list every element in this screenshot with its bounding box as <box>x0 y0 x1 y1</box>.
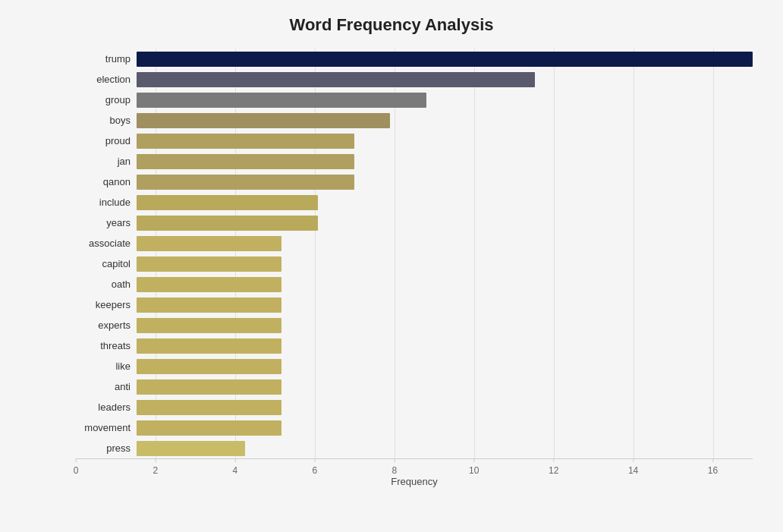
bar-label: oath <box>76 279 137 290</box>
chart-area: trumpelectiongroupboysproudjanqanoninclu… <box>76 49 753 489</box>
x-tick-line <box>633 458 634 462</box>
bar-label: press <box>76 442 137 454</box>
bar-track <box>137 52 753 67</box>
bar-label: group <box>76 94 137 105</box>
x-tick: 10 <box>469 458 479 476</box>
x-tick: 12 <box>549 458 558 476</box>
bar-track <box>137 297 753 313</box>
bar-row: trump <box>76 51 753 68</box>
bar-fill <box>137 134 354 149</box>
x-tick-label: 10 <box>469 465 479 476</box>
bar-track <box>137 277 753 292</box>
x-tick-label: 4 <box>233 465 238 476</box>
bar-label: experts <box>76 320 137 331</box>
bars-section: trumpelectiongroupboysproudjanqanoninclu… <box>76 49 753 458</box>
bar-fill <box>137 52 753 67</box>
bar-row: movement <box>76 420 753 436</box>
bar-label: boys <box>76 115 137 126</box>
bar-fill <box>137 338 281 354</box>
bar-label: election <box>76 74 137 85</box>
bar-label: leaders <box>76 401 137 413</box>
bar-fill <box>137 93 426 108</box>
x-tick-label: 0 <box>74 465 79 476</box>
bar-row: anti <box>76 379 753 395</box>
x-tick-line <box>234 458 235 462</box>
bar-track <box>137 154 753 169</box>
bar-row: capitol <box>76 256 753 272</box>
x-axis: 0246810121416 Frequency <box>76 458 753 489</box>
bar-track <box>137 379 753 395</box>
bar-label: movement <box>76 422 137 433</box>
bar-row: keepers <box>76 297 753 313</box>
x-tick-label: 12 <box>549 465 558 476</box>
bar-track <box>137 72 753 87</box>
bar-track <box>137 216 753 231</box>
bar-row: qanon <box>76 174 753 190</box>
x-tick: 2 <box>153 458 159 476</box>
x-tick-label: 8 <box>392 465 397 476</box>
bar-track <box>137 175 753 190</box>
chart-title: Word Frequency Analysis <box>30 15 753 35</box>
x-tick-line <box>473 458 474 462</box>
x-tick-line <box>155 458 156 462</box>
chart-container: Word Frequency Analysis trumpelectiongro… <box>0 0 783 532</box>
bar-track <box>137 400 753 415</box>
bar-fill <box>137 154 354 169</box>
x-tick-line <box>394 458 395 462</box>
bar-label: keepers <box>76 299 137 310</box>
x-tick-label: 16 <box>708 465 718 476</box>
bar-label: years <box>76 217 137 228</box>
bar-label: proud <box>76 135 137 146</box>
bar-row: jan <box>76 153 753 170</box>
bar-label: qanon <box>76 176 137 187</box>
bar-row: include <box>76 194 753 211</box>
bar-row: leaders <box>76 399 753 416</box>
bar-fill <box>137 441 245 456</box>
bar-fill <box>137 113 390 128</box>
x-tick: 0 <box>74 458 79 476</box>
bar-fill <box>137 277 281 292</box>
bar-fill <box>137 236 281 251</box>
bar-row: boys <box>76 112 753 129</box>
bar-track <box>137 134 753 149</box>
bar-label: include <box>76 197 137 208</box>
bar-fill <box>137 400 281 415</box>
bar-row: proud <box>76 133 753 150</box>
bar-track <box>137 236 753 251</box>
x-tick: 16 <box>708 458 718 476</box>
x-tick: 4 <box>233 458 238 476</box>
x-tick-label: 6 <box>312 465 317 476</box>
bar-fill <box>137 216 318 231</box>
bar-fill <box>137 318 281 333</box>
bar-label: capitol <box>76 258 137 269</box>
bar-row: threats <box>76 338 753 354</box>
bar-track <box>137 113 753 128</box>
bar-track <box>137 93 753 108</box>
bar-row: experts <box>76 317 753 334</box>
bar-row: like <box>76 358 753 375</box>
bar-fill <box>137 297 281 313</box>
bar-track <box>137 441 753 456</box>
bar-track <box>137 420 753 436</box>
bar-label: anti <box>76 381 137 392</box>
x-tick-label: 2 <box>153 465 159 476</box>
x-tick: 8 <box>392 458 397 476</box>
x-tick-line <box>314 458 315 462</box>
bar-fill <box>137 72 535 87</box>
bar-row: election <box>76 71 753 88</box>
bar-label: associate <box>76 238 137 249</box>
bar-track <box>137 318 753 333</box>
bar-row: associate <box>76 235 753 252</box>
x-tick: 14 <box>628 458 638 476</box>
bar-row: years <box>76 215 753 231</box>
bar-fill <box>137 420 281 436</box>
bar-track <box>137 359 753 374</box>
bar-row: oath <box>76 276 753 293</box>
bar-fill <box>137 175 354 190</box>
bar-track <box>137 195 753 210</box>
bar-fill <box>137 195 318 210</box>
bar-label: trump <box>76 53 137 65</box>
bar-fill <box>137 379 281 395</box>
bar-label: like <box>76 360 137 372</box>
bar-track <box>137 257 753 272</box>
